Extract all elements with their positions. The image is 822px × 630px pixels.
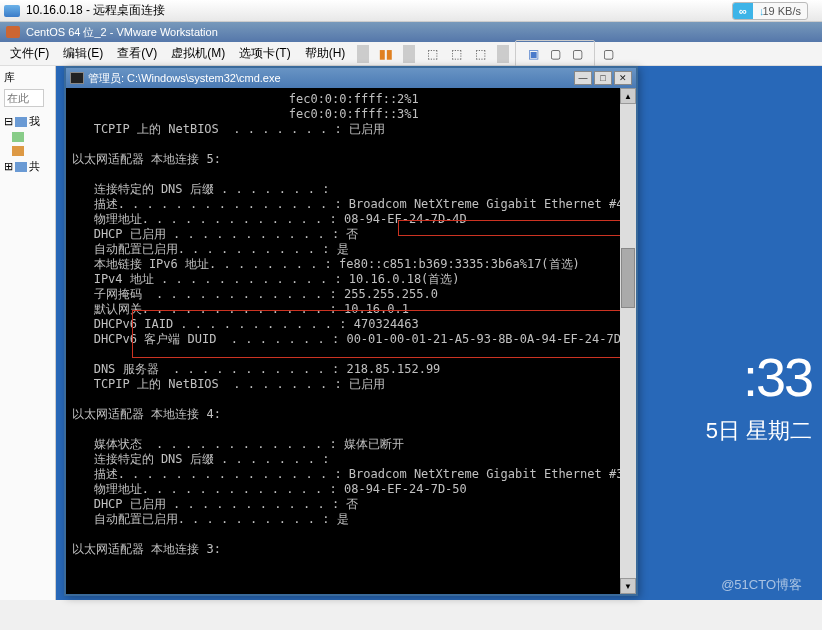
scroll-down-button[interactable]: ▼ xyxy=(620,578,636,594)
menu-edit[interactable]: 编辑(E) xyxy=(57,43,109,64)
menu-separator xyxy=(497,45,509,63)
tree-item[interactable] xyxy=(4,144,51,158)
host-icon xyxy=(15,117,27,127)
speed-value: 19 KB/s xyxy=(762,5,801,17)
cmd-scrollbar[interactable]: ▲ ▼ xyxy=(620,88,636,594)
shared-icon xyxy=(15,162,27,172)
vm-tree: ⊟ 我 ⊞ 共 xyxy=(4,113,51,175)
lock-clock: :33 xyxy=(743,346,812,408)
close-button[interactable]: ✕ xyxy=(614,71,632,85)
snapshot-manager-button[interactable]: ⬚ xyxy=(445,43,467,65)
console-button[interactable]: ▢ xyxy=(566,43,588,65)
rdp-title: 10.16.0.18 - 远程桌面连接 xyxy=(26,2,165,19)
vmware-icon xyxy=(6,26,20,38)
vmware-titlebar: CentOS 64 位_2 - VMware Workstation xyxy=(0,22,822,42)
menubar: 文件(F) 编辑(E) 查看(V) 虚拟机(M) 选项卡(T) 帮助(H) ▮▮… xyxy=(0,42,822,66)
sidebar: 库 ⊟ 我 ⊞ 共 xyxy=(0,66,56,600)
cmd-window[interactable]: 管理员: C:\Windows\system32\cmd.exe — □ ✕ f… xyxy=(64,66,638,596)
view-group: ▣ ▢ ▢ xyxy=(515,40,595,68)
search-input[interactable] xyxy=(4,89,44,107)
menu-vm[interactable]: 虚拟机(M) xyxy=(165,43,231,64)
minimize-button[interactable]: — xyxy=(574,71,592,85)
pc-icon xyxy=(12,132,24,142)
scroll-up-button[interactable]: ▲ xyxy=(620,88,636,104)
menu-separator xyxy=(357,45,369,63)
cmd-titlebar[interactable]: 管理员: C:\Windows\system32\cmd.exe — □ ✕ xyxy=(66,68,636,88)
revert-button[interactable]: ⬚ xyxy=(469,43,491,65)
cmd-icon xyxy=(70,72,84,84)
speed-logo-icon: ∞ xyxy=(733,3,753,19)
cmd-title-text: 管理员: C:\Windows\system32\cmd.exe xyxy=(88,71,281,86)
fullscreen-button[interactable]: ▣ xyxy=(522,43,544,65)
rdp-icon xyxy=(4,5,20,17)
vm-icon xyxy=(12,146,24,156)
tree-host[interactable]: ⊟ 我 xyxy=(4,113,51,130)
watermark: @51CTO博客 xyxy=(721,576,802,594)
menu-tabs[interactable]: 选项卡(T) xyxy=(233,43,296,64)
pause-button[interactable]: ▮▮ xyxy=(375,43,397,65)
menu-view[interactable]: 查看(V) xyxy=(111,43,163,64)
rdp-titlebar: 10.16.0.18 - 远程桌面连接 xyxy=(0,0,822,22)
unity-button[interactable]: ▢ xyxy=(544,43,566,65)
snapshot-button[interactable]: ⬚ xyxy=(421,43,443,65)
cmd-output: fec0:0:0:ffff::2%1 fec0:0:0:ffff::3%1 TC… xyxy=(66,88,636,591)
scroll-thumb[interactable] xyxy=(621,248,635,308)
sidebar-label: 库 xyxy=(4,70,51,85)
tree-shared[interactable]: ⊞ 共 xyxy=(4,158,51,175)
stretch-button[interactable]: ▢ xyxy=(597,43,619,65)
speed-indicator: ∞ ↓19 KB/s xyxy=(732,2,808,20)
vmware-title: CentOS 64 位_2 - VMware Workstation xyxy=(26,25,218,40)
menu-separator xyxy=(403,45,415,63)
lock-date: 5日 星期二 xyxy=(706,416,812,446)
menu-file[interactable]: 文件(F) xyxy=(4,43,55,64)
tree-item[interactable] xyxy=(4,130,51,144)
menu-help[interactable]: 帮助(H) xyxy=(299,43,352,64)
maximize-button[interactable]: □ xyxy=(594,71,612,85)
